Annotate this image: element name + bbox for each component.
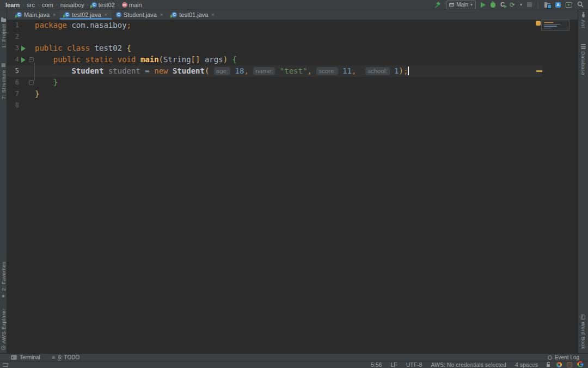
toolwindow-toggle-icon[interactable] bbox=[3, 363, 8, 367]
breadcrumb-item[interactable]: mmain bbox=[122, 2, 142, 8]
aws-credentials[interactable]: AWS: No credentials selected bbox=[431, 361, 506, 368]
run-anything-icon[interactable] bbox=[566, 2, 572, 8]
line-number[interactable]: 7 bbox=[7, 88, 19, 100]
token: String bbox=[163, 55, 191, 64]
code-line[interactable]: 2 bbox=[7, 31, 578, 43]
parameter-hint: age: bbox=[214, 67, 230, 75]
indent-info[interactable]: 4 spaces bbox=[515, 361, 538, 368]
code-line[interactable]: 7} bbox=[7, 88, 578, 100]
close-icon[interactable]: × bbox=[160, 13, 163, 17]
toolwindow-button-ant[interactable]: Ant bbox=[580, 14, 586, 28]
token bbox=[168, 67, 173, 75]
tab-label: Main.java bbox=[24, 11, 50, 18]
tab-Main.java[interactable]: CMain.java× bbox=[12, 10, 60, 20]
line-number[interactable]: 4 bbox=[7, 54, 19, 65]
breadcrumb: learn›src›com›nasaiboy›Ctest02›mmain bbox=[0, 2, 142, 8]
line-number[interactable]: 8 bbox=[7, 100, 19, 111]
run-config-label: Main bbox=[456, 2, 468, 8]
tab-test02.java[interactable]: Ctest02.java× bbox=[60, 10, 111, 20]
google-translate-icon[interactable] bbox=[577, 361, 584, 368]
code-line[interactable]: 6− } bbox=[7, 77, 578, 88]
run-icon[interactable] bbox=[481, 2, 486, 8]
profiler-icon[interactable]: ⟳ bbox=[510, 2, 515, 8]
token bbox=[312, 67, 316, 75]
right-toolwindow-stripe: AntDatabase Word Book bbox=[578, 10, 588, 353]
breadcrumb-label: nasaiboy bbox=[60, 2, 84, 8]
line-number[interactable]: 2 bbox=[7, 31, 19, 43]
token bbox=[230, 67, 235, 75]
run-line-icon[interactable] bbox=[21, 46, 26, 51]
line-number[interactable]: 6 bbox=[7, 77, 19, 88]
token bbox=[275, 67, 279, 75]
breadcrumb-item[interactable]: src bbox=[27, 2, 35, 8]
close-icon[interactable]: × bbox=[105, 13, 107, 17]
line-separator[interactable]: LF bbox=[390, 361, 397, 368]
breadcrumb-separator: › bbox=[37, 2, 40, 8]
toolwindow-button-terminal[interactable]: Terminal bbox=[11, 354, 40, 360]
token: Student bbox=[71, 67, 103, 75]
toolwindow-button-aws-explorer[interactable]: AWS Explorer bbox=[1, 309, 7, 350]
editor-pane[interactable]: 1package com.nasaiboy;23public class tes… bbox=[7, 20, 578, 353]
toolwindow-button-7-structure[interactable]: ▦7: Structure bbox=[1, 62, 7, 99]
method-icon: m bbox=[122, 2, 127, 8]
line-number[interactable]: 1 bbox=[7, 20, 19, 31]
breadcrumb-item[interactable]: nasaiboy bbox=[60, 2, 84, 8]
file-encoding[interactable]: UTF-8 bbox=[406, 361, 422, 368]
translate-icon[interactable]: A bbox=[555, 2, 561, 8]
toolwindow-button-6-todo[interactable]: ≡6: TODO bbox=[52, 354, 80, 360]
build-hammer-icon[interactable] bbox=[434, 1, 441, 8]
token bbox=[209, 67, 213, 75]
tab-test01.java[interactable]: Ctest01.java× bbox=[167, 10, 218, 20]
code-line[interactable]: 5 Student student = new Student( age: 18… bbox=[7, 65, 578, 77]
main-toolbar: Main▾C⟳▾A bbox=[434, 0, 588, 10]
code-line[interactable]: 8 bbox=[7, 100, 578, 111]
unlocked-lock-icon[interactable] bbox=[546, 361, 552, 368]
caret-position[interactable]: 5:56 bbox=[371, 361, 382, 368]
class-icon: C bbox=[171, 12, 177, 17]
close-icon[interactable]: × bbox=[53, 13, 56, 17]
line-number[interactable]: 5 bbox=[7, 65, 19, 77]
run-line-icon[interactable] bbox=[21, 57, 26, 63]
breadcrumb-separator: › bbox=[56, 2, 58, 8]
token bbox=[35, 78, 53, 87]
token: [] bbox=[191, 55, 200, 64]
toolwindow-button-2-favorites[interactable]: 2: Favorites★ bbox=[1, 261, 7, 298]
status-bar: 5:56LFUTF-8AWS: No credentials selected4… bbox=[0, 361, 588, 368]
profiler-dropdown-icon[interactable]: ▾ bbox=[520, 3, 522, 7]
left-stripe-top: 1: Project▦7: Structure bbox=[0, 10, 7, 99]
code-line[interactable]: 1package com.nasaiboy; bbox=[7, 20, 578, 31]
toolwindow-button-database[interactable]: Database bbox=[580, 44, 586, 75]
token: ( bbox=[159, 55, 163, 64]
class-icon: C bbox=[91, 2, 97, 8]
bottom-bar-right: Event Log bbox=[548, 354, 588, 360]
run-config-selector[interactable]: Main▾ bbox=[446, 1, 476, 9]
toolwindow-button-event-log[interactable]: Event Log bbox=[548, 354, 579, 360]
tab-Student.java[interactable]: CStudent.java× bbox=[112, 10, 167, 20]
breadcrumb-item[interactable]: com bbox=[42, 2, 53, 8]
fold-collapse-icon[interactable]: − bbox=[29, 57, 34, 62]
token: Student bbox=[173, 67, 205, 75]
breadcrumb-item[interactable]: Ctest02 bbox=[91, 2, 115, 8]
plugin-icon[interactable] bbox=[567, 362, 572, 367]
search-everywhere-icon[interactable] bbox=[577, 0, 584, 10]
project-structure-icon[interactable] bbox=[544, 3, 550, 8]
run-with-coverage-icon[interactable]: C bbox=[500, 2, 505, 8]
toolwindow-button-label: 6: TODO bbox=[58, 354, 80, 360]
code-line[interactable]: 4− public static void main(String[] args… bbox=[7, 54, 578, 65]
colored-gear-icon[interactable] bbox=[556, 362, 562, 367]
toolwindow-button-1-project[interactable]: 1: Project bbox=[1, 17, 7, 48]
word-book-icon bbox=[581, 315, 585, 319]
token: ; bbox=[403, 67, 408, 75]
close-icon[interactable]: × bbox=[211, 13, 214, 17]
token bbox=[35, 55, 53, 64]
code-line[interactable]: 3public class test02 { bbox=[7, 43, 578, 54]
breadcrumb-label: com bbox=[42, 2, 53, 8]
debug-bug-icon[interactable] bbox=[491, 2, 495, 8]
breadcrumb-item[interactable]: learn bbox=[5, 2, 20, 8]
toolwindow-button-word-book[interactable]: Word Book bbox=[580, 315, 586, 349]
line-number[interactable]: 3 bbox=[7, 43, 19, 54]
toolwindow-button-label: Database bbox=[580, 51, 586, 75]
parameter-hint: school: bbox=[365, 67, 389, 75]
token: package bbox=[35, 21, 67, 29]
fold-end-icon[interactable]: − bbox=[29, 80, 34, 85]
